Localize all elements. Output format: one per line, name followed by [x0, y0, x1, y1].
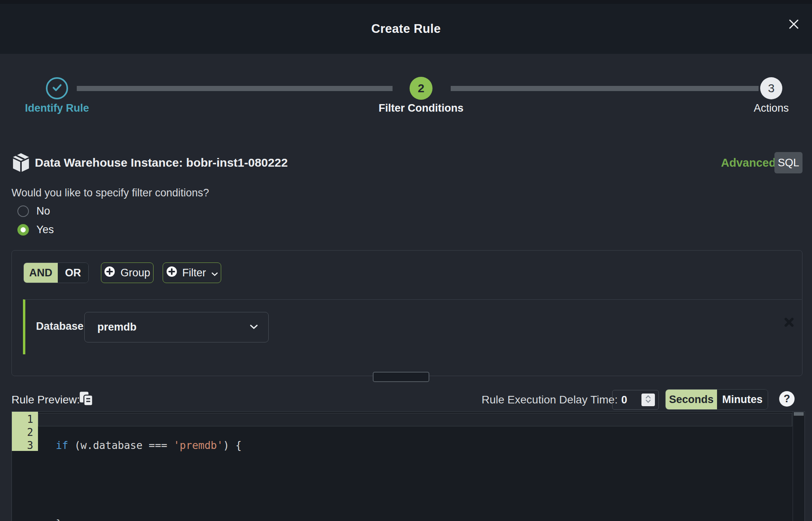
filter-builder-panel: AND OR Group Filter Database premdb	[11, 250, 803, 376]
delay-unit-toggle: Seconds Minutes	[665, 389, 768, 410]
plus-circle-icon	[104, 266, 115, 280]
radio-yes-button[interactable]	[17, 224, 29, 236]
add-filter-button[interactable]: Filter	[163, 262, 221, 283]
chevron-down-icon	[211, 267, 218, 279]
rule-preview-editor[interactable]: 1 2 3 if (w.database === 'premdb') { }	[11, 411, 805, 521]
number-stepper[interactable]	[641, 394, 655, 406]
add-group-label: Group	[120, 267, 150, 279]
unit-minutes-button[interactable]: Minutes	[717, 390, 768, 409]
rule-preview-label: Rule Preview:	[11, 394, 80, 406]
radio-no-label[interactable]: No	[36, 205, 50, 217]
instance-title: Data Warehouse Instance: bobr-inst1-0802…	[35, 153, 288, 173]
step-number: 2	[418, 82, 425, 95]
line-number: 3	[12, 439, 38, 452]
code-content: if (w.database === 'premdb') { }	[56, 413, 242, 521]
stepper-chevrons-icon	[644, 394, 652, 405]
window-top-edge	[0, 0, 812, 4]
step-actions-circle[interactable]: 3	[760, 77, 782, 99]
filter-condition-row: Database premdb	[23, 299, 802, 354]
panel-resize-handle[interactable]	[373, 372, 429, 382]
step-filter-conditions-circle[interactable]: 2	[410, 77, 433, 100]
help-button[interactable]: ?	[779, 391, 795, 407]
chevron-down-icon	[250, 324, 258, 331]
copy-icon	[79, 401, 93, 407]
step-filter-conditions-label[interactable]: Filter Conditions	[362, 102, 480, 114]
and-or-toggle: AND OR	[23, 262, 89, 283]
step-number: 3	[768, 82, 775, 95]
condition-field-label: Database	[36, 320, 83, 333]
question-mark-icon: ?	[784, 393, 790, 405]
plus-circle-icon	[166, 266, 177, 280]
modal-title: Create Rule	[371, 22, 441, 36]
advanced-link[interactable]: Advanced	[721, 153, 776, 173]
close-button[interactable]	[786, 17, 802, 32]
add-group-button[interactable]: Group	[101, 262, 154, 283]
editor-scrollbar[interactable]	[793, 412, 804, 521]
delete-condition-button[interactable]	[783, 316, 795, 329]
code-line-3: }	[56, 517, 242, 521]
delete-x-icon	[784, 323, 795, 329]
create-rule-modal: Create Rule Identify Rule 2 Filter Condi…	[0, 0, 812, 521]
modal-header: Create Rule	[0, 4, 812, 54]
code-line-2	[56, 478, 242, 491]
delay-value-input[interactable]: 0	[612, 390, 659, 410]
code-line-1: if (w.database === 'premdb') {	[56, 439, 242, 452]
radio-yes-label[interactable]: Yes	[36, 224, 54, 236]
line-number-gutter: 1 2 3	[12, 413, 38, 452]
step-identify-rule-circle[interactable]	[46, 77, 68, 99]
unit-seconds-button[interactable]: Seconds	[666, 390, 717, 409]
sql-button[interactable]: SQL	[774, 152, 803, 173]
data-warehouse-cube-icon	[12, 153, 30, 173]
filter-question: Would you like to specify filter conditi…	[11, 187, 209, 199]
or-toggle-button[interactable]: OR	[58, 263, 88, 283]
step-actions-label[interactable]: Actions	[712, 102, 812, 114]
line-number: 2	[12, 426, 38, 439]
add-filter-label: Filter	[182, 267, 206, 279]
delay-time-label: Rule Execution Delay Time:	[482, 394, 618, 406]
and-toggle-button[interactable]: AND	[24, 263, 58, 283]
scrollbar-thumb[interactable]	[794, 412, 804, 416]
close-icon	[788, 18, 800, 31]
database-select-value: premdb	[97, 321, 137, 333]
step-identify-rule-label[interactable]: Identify Rule	[0, 102, 116, 114]
radio-option-no[interactable]: No	[17, 205, 50, 217]
delay-value: 0	[621, 390, 627, 409]
radio-option-yes[interactable]: Yes	[17, 224, 54, 236]
database-select[interactable]: premdb	[84, 312, 269, 342]
progress-bar-segment-2	[451, 86, 759, 91]
check-icon	[51, 82, 63, 95]
radio-no-button[interactable]	[17, 205, 29, 217]
progress-bar-segment-1	[77, 86, 393, 91]
copy-button[interactable]	[79, 391, 93, 406]
line-number: 1	[12, 413, 38, 426]
